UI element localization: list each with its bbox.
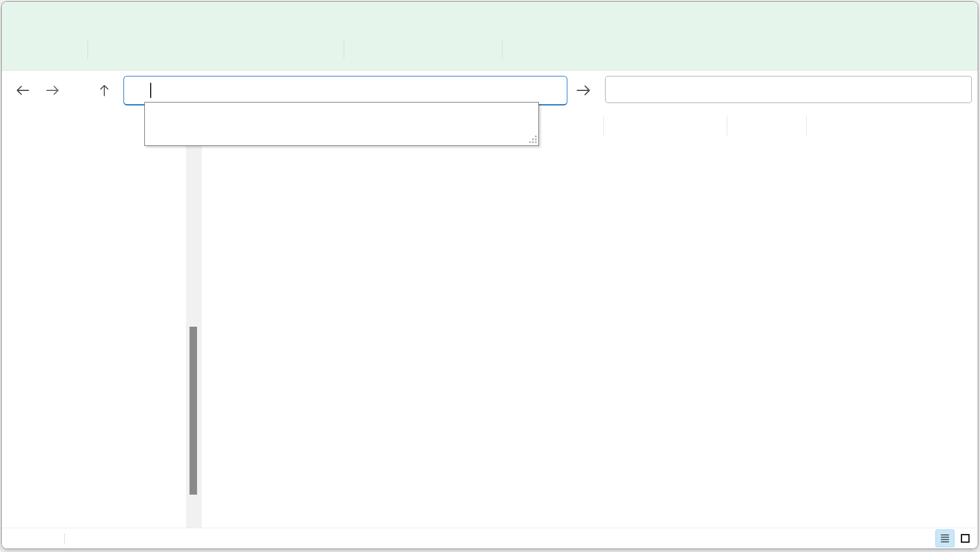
thumbnail-view-icon bbox=[960, 533, 971, 543]
column-divider bbox=[603, 116, 604, 136]
toolbar-divider bbox=[502, 40, 502, 59]
column-divider bbox=[727, 116, 727, 136]
autocomplete-item[interactable] bbox=[145, 105, 538, 121]
autocomplete-search-item[interactable] bbox=[145, 121, 538, 137]
search-input[interactable] bbox=[642, 83, 971, 96]
more-ellipsis-icon bbox=[514, 42, 530, 57]
up-arrow-icon bbox=[97, 84, 111, 97]
rename-button[interactable] bbox=[224, 28, 250, 71]
share-icon bbox=[272, 42, 287, 57]
new-button[interactable] bbox=[18, 28, 49, 71]
text-caret bbox=[150, 83, 151, 98]
toolbar-divider bbox=[88, 40, 88, 59]
status-bar bbox=[2, 528, 978, 549]
chevron-down-icon bbox=[461, 47, 468, 52]
details-view-button[interactable] bbox=[935, 529, 955, 547]
command-toolbar bbox=[2, 28, 978, 71]
address-bar[interactable] bbox=[123, 76, 567, 105]
chevron-down-icon bbox=[42, 47, 49, 52]
maximize-button[interactable] bbox=[904, 2, 941, 28]
new-circle-plus-icon bbox=[18, 42, 32, 57]
close-button[interactable] bbox=[941, 2, 978, 28]
search-box[interactable] bbox=[605, 76, 972, 103]
minimize-button[interactable] bbox=[866, 2, 904, 28]
back-arrow-icon bbox=[16, 84, 30, 97]
file-explorer-window bbox=[1, 1, 978, 549]
go-arrow-icon bbox=[576, 84, 591, 97]
cut-button[interactable] bbox=[100, 28, 125, 71]
go-to-button[interactable] bbox=[572, 79, 595, 101]
view-button[interactable] bbox=[435, 28, 468, 71]
content-area bbox=[2, 110, 978, 529]
resize-grip[interactable] bbox=[529, 136, 537, 144]
rename-icon bbox=[229, 42, 245, 57]
sidebar-tree bbox=[2, 110, 186, 529]
cut-icon bbox=[105, 42, 121, 57]
sort-arrows-icon bbox=[357, 42, 372, 57]
folder-icon bbox=[130, 85, 144, 96]
address-dropdown-button[interactable] bbox=[549, 89, 558, 94]
sidebar-scrollbar[interactable] bbox=[186, 110, 202, 529]
recent-locations-button[interactable] bbox=[72, 87, 80, 93]
address-autocomplete-dropdown bbox=[144, 102, 539, 146]
sort-button[interactable] bbox=[357, 28, 390, 71]
folder-icon bbox=[13, 9, 26, 20]
copy-button[interactable] bbox=[141, 28, 167, 71]
file-list bbox=[202, 110, 978, 529]
paste-icon bbox=[188, 42, 203, 57]
forward-arrow-icon bbox=[46, 84, 60, 97]
copy-icon bbox=[147, 42, 162, 57]
desktop bbox=[0, 0, 980, 552]
chevron-down-icon bbox=[382, 47, 390, 52]
thumbnail-view-button[interactable] bbox=[956, 529, 975, 547]
delete-button[interactable] bbox=[308, 28, 333, 71]
delete-icon bbox=[313, 42, 329, 57]
share-button[interactable] bbox=[267, 28, 292, 71]
search-icon bbox=[622, 83, 635, 96]
paste-button[interactable] bbox=[183, 28, 208, 71]
forward-button[interactable] bbox=[45, 82, 61, 98]
window-controls bbox=[866, 2, 978, 28]
scrollbar-thumb[interactable] bbox=[190, 327, 197, 495]
view-lines-icon bbox=[435, 42, 450, 57]
toolbar-divider bbox=[344, 40, 344, 59]
view-toggle-group bbox=[935, 529, 975, 547]
more-options-button[interactable] bbox=[514, 28, 530, 71]
column-divider bbox=[806, 116, 807, 136]
titlebar bbox=[2, 2, 978, 28]
status-divider bbox=[64, 533, 65, 544]
back-button[interactable] bbox=[14, 82, 31, 98]
details-view-icon bbox=[939, 533, 950, 543]
up-button[interactable] bbox=[96, 82, 112, 98]
